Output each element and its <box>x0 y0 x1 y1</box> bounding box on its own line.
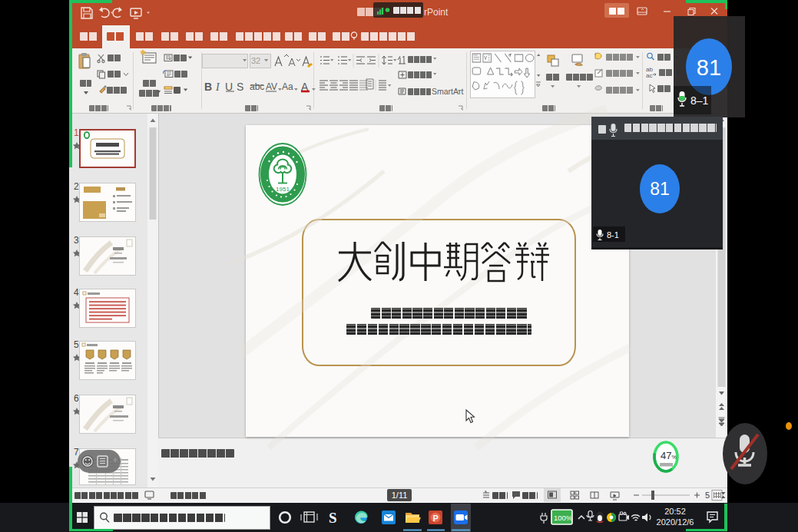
svg-text:81: 81 <box>650 179 670 199</box>
svg-text:S: S <box>329 510 337 526</box>
svg-text:81: 81 <box>697 55 721 80</box>
svg-text:P: P <box>433 514 439 523</box>
svg-text:8–1: 8–1 <box>690 94 709 107</box>
svg-text:8-1: 8-1 <box>607 230 619 240</box>
svg-text:100%: 100% <box>554 514 573 522</box>
